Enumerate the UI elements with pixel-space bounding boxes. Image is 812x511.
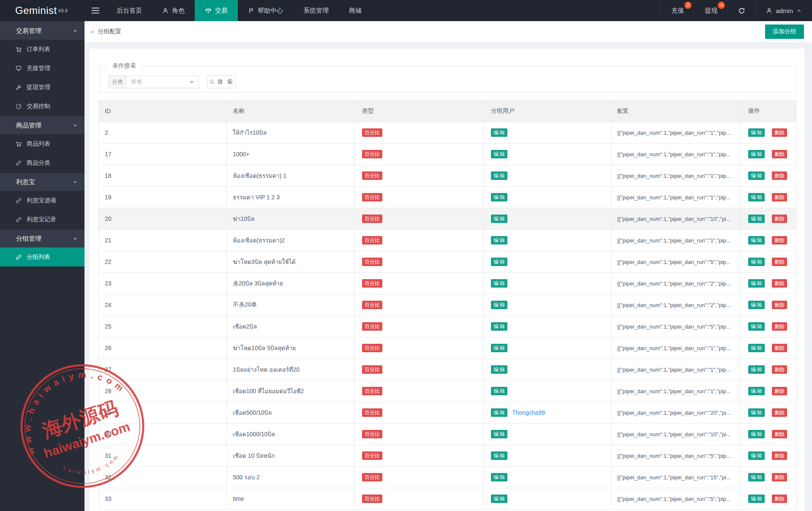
- cell-name: เชือด100 ที่ไม่ยอมต่อวีไอพี2: [227, 381, 354, 402]
- delete-row-button[interactable]: 删除: [772, 408, 787, 417]
- cell-type: 百分比: [354, 165, 483, 186]
- edit-users-button[interactable]: 编辑: [491, 430, 507, 438]
- nav-item-help-center[interactable]: 帮助中心: [238, 0, 293, 21]
- cell-actions: 编辑 删除: [740, 122, 796, 143]
- col-header-type: 类型: [354, 101, 483, 122]
- sidebar-item-interest-records[interactable]: 利息宝记录: [0, 210, 84, 229]
- edit-row-button[interactable]: 编辑: [748, 258, 765, 266]
- admin-menu[interactable]: admin: [755, 0, 812, 21]
- edit-users-button[interactable]: 编辑: [491, 150, 507, 158]
- delete-row-button[interactable]: 删除: [772, 193, 787, 201]
- table-row: 23 杀20บิล 3บิลสุดท้าย 百分比 编辑 [{"pipei_da…: [99, 273, 796, 294]
- edit-users-button[interactable]: 编辑: [491, 258, 507, 266]
- edit-users-button[interactable]: 编辑: [491, 236, 507, 245]
- delete-row-button[interactable]: 删除: [772, 128, 787, 137]
- nav-item-system[interactable]: 系统管理: [293, 0, 339, 21]
- delete-row-button[interactable]: 删除: [772, 322, 787, 331]
- refresh-button[interactable]: [728, 0, 755, 21]
- edit-row-button[interactable]: 编辑: [748, 236, 765, 245]
- sidebar-item-trade-control[interactable]: 交易控制: [0, 97, 84, 116]
- edit-row-button[interactable]: 编辑: [748, 344, 765, 352]
- table-row: 22 ฆ่าโหด3บิล สุดท้ายใช้ได้ 百分比 编辑 [{"pi…: [99, 251, 796, 273]
- sidebar-group-grouping-management[interactable]: 分组管理: [0, 229, 84, 247]
- page-title: 分组配置: [98, 28, 121, 35]
- delete-row-button[interactable]: 删除: [772, 451, 787, 460]
- delete-row-button[interactable]: 删除: [772, 495, 787, 503]
- edit-row-button[interactable]: 编辑: [748, 171, 765, 180]
- sidebar-item-group-list[interactable]: 分组列表: [0, 247, 84, 266]
- sidebar-item-recharge-management[interactable]: 充值管理: [0, 59, 84, 78]
- sidebar-group-trade-management[interactable]: 交易管理: [0, 21, 84, 40]
- edit-users-button[interactable]: 编辑: [491, 473, 507, 481]
- sidebar-item-product-list[interactable]: 商品列表: [0, 134, 84, 153]
- cell-name: ฆ่าโหด3บิล สุดท้ายใช้ได้: [227, 251, 354, 272]
- table-header-row: ID 名称 类型 分组用户 配置 操作: [99, 101, 796, 122]
- edit-row-button[interactable]: 编辑: [748, 150, 765, 158]
- cell-type: 百分比: [354, 402, 483, 423]
- edit-users-button[interactable]: 编辑: [491, 451, 507, 460]
- delete-row-button[interactable]: 删除: [772, 279, 787, 288]
- delete-row-button[interactable]: 删除: [772, 236, 787, 245]
- sidebar-group-product-management[interactable]: 商品管理: [0, 116, 84, 134]
- sidebar-item-withdraw-management[interactable]: 提现管理: [0, 78, 84, 97]
- withdraw-notifications[interactable]: 提现 4: [694, 0, 728, 21]
- edit-row-button[interactable]: 编辑: [748, 215, 765, 223]
- delete-row-button[interactable]: 删除: [772, 387, 787, 395]
- edit-row-button[interactable]: 编辑: [748, 430, 765, 438]
- edit-row-button[interactable]: 编辑: [748, 473, 765, 481]
- edit-row-button[interactable]: 编辑: [748, 301, 765, 309]
- edit-users-button[interactable]: 编辑: [491, 365, 507, 374]
- cell-actions: 编辑 删除: [740, 488, 796, 509]
- table-row: 2 ให้กำไร10บิล 百分比 编辑 [{"pipei_dan_num":…: [99, 122, 796, 144]
- delete-row-button[interactable]: 删除: [772, 430, 787, 438]
- edit-row-button[interactable]: 编辑: [748, 279, 765, 288]
- nav-item-home[interactable]: 后台首页: [106, 0, 152, 21]
- nav-item-mall[interactable]: 商城: [339, 0, 372, 21]
- delete-row-button[interactable]: 删除: [772, 344, 787, 352]
- delete-row-button[interactable]: 删除: [772, 171, 787, 180]
- edit-row-button[interactable]: 编辑: [748, 451, 765, 460]
- edit-users-button[interactable]: 编辑: [491, 301, 507, 309]
- edit-users-button[interactable]: 编辑: [491, 128, 507, 137]
- edit-users-button[interactable]: 编辑: [491, 322, 507, 331]
- edit-row-button[interactable]: 编辑: [748, 365, 765, 374]
- delete-row-button[interactable]: 删除: [772, 301, 787, 309]
- delete-row-button[interactable]: 删除: [772, 215, 787, 223]
- category-select[interactable]: 所有: [126, 76, 199, 88]
- type-badge: 百分比: [362, 473, 382, 481]
- cell-id: 26: [99, 337, 227, 359]
- edit-users-button[interactable]: 编辑: [491, 344, 507, 352]
- edit-users-button[interactable]: 编辑: [491, 171, 507, 180]
- edit-users-button[interactable]: 编辑: [491, 193, 507, 201]
- cell-config: [{"pipei_dan_num":1,"pipei_dan_run":"10"…: [611, 424, 740, 445]
- group-user-link[interactable]: Thongcha99: [512, 409, 545, 416]
- edit-users-button[interactable]: 编辑: [491, 279, 507, 288]
- cell-name: 1000+: [227, 144, 354, 165]
- delete-row-button[interactable]: 删除: [772, 473, 787, 481]
- recharge-notifications[interactable]: 充值 2: [661, 0, 694, 21]
- billboard-icon: [15, 65, 22, 72]
- edit-row-button[interactable]: 编辑: [748, 128, 765, 137]
- edit-users-button[interactable]: 编辑: [491, 387, 507, 395]
- sidebar-group-interest-treasure[interactable]: 利息宝: [0, 172, 84, 191]
- edit-users-button[interactable]: 编辑: [491, 495, 507, 503]
- edit-row-button[interactable]: 编辑: [748, 495, 765, 503]
- sidebar-item-order-list[interactable]: 订单列表: [0, 40, 84, 59]
- sidebar-item-interest-options[interactable]: 利息宝选项: [0, 191, 84, 210]
- delete-row-button[interactable]: 删除: [772, 258, 787, 266]
- delete-row-button[interactable]: 删除: [772, 365, 787, 374]
- edit-row-button[interactable]: 编辑: [748, 322, 765, 331]
- sidebar-item-product-category[interactable]: 商品分类: [0, 153, 84, 172]
- edit-row-button[interactable]: 编辑: [748, 193, 765, 201]
- add-group-button[interactable]: 添加分组: [765, 24, 804, 39]
- nav-item-roles[interactable]: 角色: [152, 0, 195, 21]
- edit-users-button[interactable]: 编辑: [491, 215, 507, 223]
- edit-users-button[interactable]: 编辑: [491, 408, 507, 417]
- delete-row-button[interactable]: 删除: [772, 150, 787, 158]
- nav-item-trade[interactable]: 交易: [195, 0, 238, 21]
- edit-row-button[interactable]: 编辑: [748, 408, 765, 417]
- cell-actions: 编辑 删除: [740, 230, 796, 251]
- sidebar-toggle-button[interactable]: [84, 0, 106, 21]
- edit-row-button[interactable]: 编辑: [748, 387, 765, 395]
- search-button[interactable]: 搜 索: [207, 76, 236, 88]
